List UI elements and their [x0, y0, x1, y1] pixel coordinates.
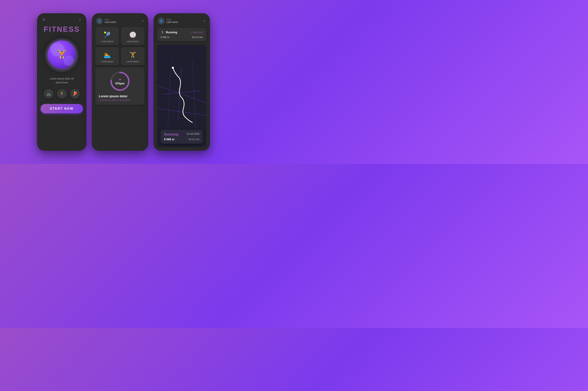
- running-icon: 🏃: [59, 92, 64, 96]
- heart-icon: ♥: [115, 77, 125, 82]
- heart-rate-subtitle: Lorem ipsum dolor sit amet lorem: [99, 99, 130, 101]
- sport-card-volleyball[interactable]: 🏐 Lorem ipsum: [121, 27, 145, 45]
- svg-line-7: [192, 59, 196, 133]
- sport-card-swimming[interactable]: 🏊 Lorem ipsum: [95, 47, 119, 65]
- app-title: FITNESS: [41, 25, 83, 33]
- user-name-block-p3: Name Last name: [166, 18, 178, 23]
- circle-inner[interactable]: 🏋️: [48, 41, 76, 69]
- svg-line-5: [157, 108, 206, 115]
- menu-icon-p2[interactable]: ≡: [142, 19, 144, 22]
- pingpong-icon: 🏓: [73, 92, 77, 96]
- activity-icons: 🚲 🏃 🏓: [41, 89, 83, 99]
- gear-icon[interactable]: ⚙: [42, 18, 45, 21]
- heart-rate-card: ♥ 67bpm Lorem ipsum dolor Lorem ipsum do…: [95, 67, 145, 105]
- svg-point-8: [172, 67, 174, 69]
- sport-label-1: Lorem ipsum: [101, 40, 113, 43]
- run-card-bottom: Running 13 Jul 2020 8 566 m 44:13 min: [160, 130, 203, 144]
- user-name-block: Name Last name: [105, 18, 116, 23]
- run-bottom-header: Running 13 Jul 2020: [164, 132, 199, 136]
- run-bottom-distance: 8 566 m: [164, 138, 174, 141]
- user-lastname-p3: Last name: [166, 21, 178, 23]
- run-bottom-time: 44:13 min: [189, 138, 199, 141]
- user-info: 👤 Name Last name: [96, 18, 116, 24]
- tennis-icon: 🎾: [104, 31, 111, 38]
- circle-outer: 🏋️: [44, 37, 79, 72]
- run-bottom-stats: 8 566 m 44:13 min: [164, 138, 199, 141]
- volleyball-icon: 🏐: [129, 31, 136, 38]
- run-bottom-title: Running: [164, 132, 178, 136]
- phone3-header: 👤 Name Last name ≡: [157, 17, 206, 26]
- bike-icon: 🚲: [46, 92, 51, 96]
- phone2-header: 👤 Name Last name ≡: [95, 17, 145, 27]
- menu-icon[interactable]: ≡: [79, 18, 81, 21]
- heart-rate-title: Lorem ipsum dolor: [99, 95, 128, 98]
- heart-center: ♥ 67bpm: [115, 77, 125, 85]
- run-bottom-date: 13 Jul 2020: [187, 132, 199, 136]
- phone-1: ⚙ ≡ FITNESS 🏋️ Lorem ipsum dolor sit ame…: [37, 13, 86, 151]
- user-icon: 👤: [98, 19, 101, 23]
- dumbbell-icon: 🏋️: [56, 50, 67, 60]
- sport-label-3: Lorem ipsum: [101, 60, 113, 63]
- svg-line-6: [168, 59, 171, 133]
- run-title: 🏃 Running: [160, 30, 177, 34]
- phone-2: 👤 Name Last name ≡ 🎾 Lorem ipsum 🏐 Lorem…: [92, 13, 148, 151]
- user-icon-p3: 👤: [159, 19, 163, 23]
- sport-card-weights[interactable]: 🏋️ Lorem ipsum: [121, 47, 145, 65]
- avatar: 👤: [96, 18, 103, 24]
- hero-circle: 🏋️: [41, 37, 83, 72]
- sport-card-tennis[interactable]: 🎾 Lorem ipsum: [95, 27, 119, 45]
- weights-icon: 🏋️: [129, 51, 136, 58]
- sport-label-2: Lorem ipsum: [127, 40, 139, 43]
- running-icon-p3: 🏃: [160, 30, 164, 34]
- svg-line-2: [162, 91, 201, 94]
- sport-label-4: Lorem ipsum: [127, 60, 139, 63]
- svg-line-4: [157, 86, 206, 103]
- sport-grid: 🎾 Lorem ipsum 🏐 Lorem ipsum 🏊 Lorem ipsu…: [95, 27, 145, 65]
- bpm-value: 67bpm: [115, 82, 125, 85]
- run-date: 17 Mar 2019: [191, 31, 203, 34]
- bike-button[interactable]: 🚲: [44, 89, 53, 99]
- avatar-p3: 👤: [158, 18, 165, 24]
- run-stats: 8 566 m 44:13 min: [160, 36, 203, 39]
- phone1-header: ⚙ ≡: [41, 17, 83, 25]
- pingpong-button[interactable]: 🏓: [70, 89, 80, 99]
- run-card-header: 🏃 Running 17 Mar 2019: [160, 30, 203, 34]
- start-now-button[interactable]: START NOW: [41, 104, 83, 113]
- user-label: Name: [105, 18, 116, 21]
- phone-3: 👤 Name Last name ≡ 🏃 Running 17 Mar 2019…: [153, 13, 210, 151]
- user-lastname: Last name: [105, 21, 116, 23]
- run-card-top: 🏃 Running 17 Mar 2019 8 566 m 44:13 min: [157, 28, 206, 41]
- run-distance: 8 566 m: [160, 36, 169, 39]
- user-label-p3: Name: [166, 18, 178, 21]
- map-area: Running 13 Jul 2020 8 566 m 44:13 min: [157, 45, 206, 147]
- swimming-icon: 🏊: [104, 51, 111, 58]
- heart-rate-circle: ♥ 67bpm: [109, 71, 131, 92]
- run-button[interactable]: 🏃: [57, 89, 67, 99]
- user-info-p3: 👤 Name Last name: [158, 18, 178, 24]
- menu-icon-p3[interactable]: ≡: [204, 19, 206, 22]
- run-time: 44:13 min: [192, 36, 203, 39]
- hero-description: Lorem ipsum dolor sit amet lorem: [41, 77, 83, 85]
